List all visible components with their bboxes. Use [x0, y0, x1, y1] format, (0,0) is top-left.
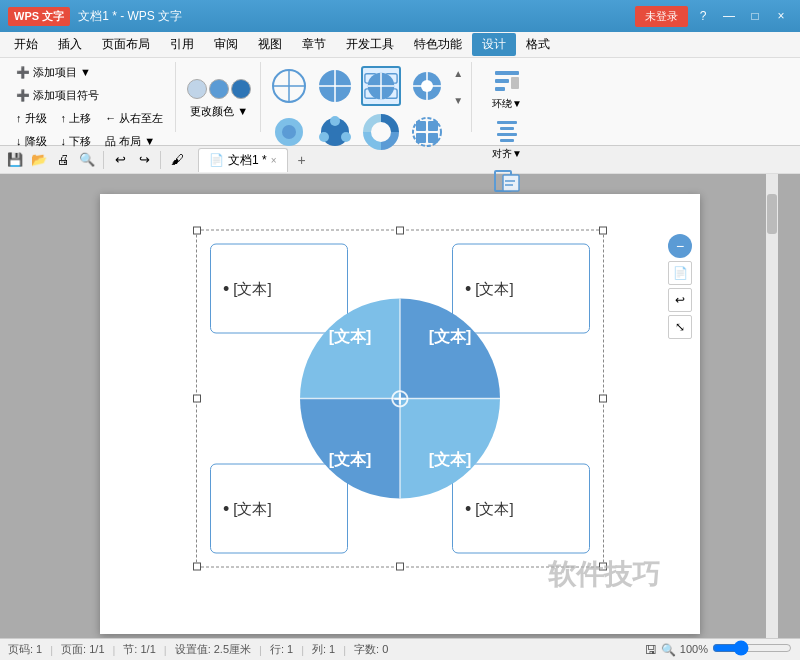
content-area: [文本] [文本] [文本] [文本] — [0, 174, 800, 638]
ribbon: ➕ 添加项目 ▼ ➕ 添加项目符号 ↑ 升级 ↑ 上移 ← 从右至左 ↓ 降级 … — [0, 58, 800, 146]
help-button[interactable]: ? — [692, 6, 714, 26]
menu-chapter[interactable]: 章节 — [292, 33, 336, 56]
ltr-button[interactable]: ← 从右至左 — [99, 108, 169, 129]
title-left: WPS 文字 文档1 * - WPS 文字 — [8, 7, 182, 26]
sep2 — [160, 151, 161, 169]
menu-design[interactable]: 设计 — [472, 33, 516, 56]
upgrade-button[interactable]: ↑ 升级 — [10, 108, 53, 129]
print-preview-button[interactable]: 🔍 — [76, 149, 98, 171]
maximize-button[interactable]: □ — [744, 6, 766, 26]
add-symbol-button[interactable]: ➕ 添加项目符号 — [10, 85, 105, 106]
menu-view[interactable]: 视图 — [248, 33, 292, 56]
save-button[interactable]: 💾 — [4, 149, 26, 171]
circle-text-tr[interactable]: [文本] — [410, 327, 490, 348]
shape-preview-2[interactable] — [315, 66, 355, 106]
float-btn-resize[interactable]: ⤡ — [668, 315, 692, 339]
shapes-scroll-up[interactable]: ▲ — [453, 68, 463, 79]
menu-start[interactable]: 开始 — [4, 33, 48, 56]
handle-br[interactable] — [599, 563, 607, 571]
svg-point-18 — [282, 125, 296, 139]
status-zoom-level: 100% — [680, 643, 708, 657]
svg-rect-29 — [495, 79, 509, 83]
redo-button[interactable]: ↪ — [133, 149, 155, 171]
ribbon-row-1: ➕ 添加项目 ▼ — [10, 62, 97, 83]
zoom-slider[interactable] — [712, 643, 792, 653]
status-page: 页码: 1 — [8, 642, 42, 657]
add-item-button[interactable]: ➕ 添加项目 ▼ — [10, 62, 97, 83]
shapes-grid — [269, 66, 451, 156]
doc-tab-icon: 📄 — [209, 153, 224, 167]
document-page: [文本] [文本] [文本] [文本] — [100, 194, 700, 634]
align-button[interactable]: 对齐▼ — [480, 116, 534, 162]
handle-bl[interactable] — [193, 563, 201, 571]
circle-text-tl[interactable]: [文本] — [310, 327, 390, 348]
status-zoom-btn[interactable]: 🔍 — [661, 643, 676, 657]
align-label: 对齐▼ — [492, 147, 522, 161]
open-button[interactable]: 📂 — [28, 149, 50, 171]
circle-container: [文本] [文本] [文本] [文本] ⊕ — [290, 289, 510, 509]
float-btn-arrow[interactable]: ↩ — [668, 288, 692, 312]
vertical-scrollbar[interactable] — [766, 174, 778, 638]
move-icon: ⊕ — [389, 383, 411, 414]
svg-rect-28 — [495, 71, 519, 75]
color-swatch-2[interactable] — [209, 79, 229, 99]
color-swatch-1[interactable] — [187, 79, 207, 99]
svg-point-22 — [319, 132, 329, 142]
shapes-scroll-down[interactable]: ▼ — [453, 95, 463, 106]
change-color-button[interactable]: 更改颜色 ▼ — [184, 101, 254, 122]
circle-text-br[interactable]: [文本] — [410, 450, 490, 471]
menu-layout[interactable]: 页面布局 — [92, 33, 160, 56]
menu-bar: 开始 插入 页面布局 引用 审阅 视图 章节 开发工具 特色功能 设计 格式 — [0, 32, 800, 58]
color-swatch-3[interactable] — [231, 79, 251, 99]
handle-tr[interactable] — [599, 227, 607, 235]
shape-preview-8[interactable] — [407, 112, 447, 152]
smartart-diagram[interactable]: [文本] [文本] [文本] [文本] — [210, 244, 590, 554]
format-painter-button[interactable]: 🖌 — [166, 149, 188, 171]
menu-format[interactable]: 格式 — [516, 33, 560, 56]
shape-preview-7[interactable] — [361, 112, 401, 152]
close-button[interactable]: × — [770, 6, 792, 26]
handle-bm[interactable] — [396, 563, 404, 571]
doc-tab-close[interactable]: × — [271, 155, 277, 166]
status-section: 节: 1/1 — [123, 642, 155, 657]
print-button[interactable]: 🖨 — [52, 149, 74, 171]
handle-ml[interactable] — [193, 395, 201, 403]
svg-rect-26 — [416, 133, 426, 143]
menu-devtools[interactable]: 开发工具 — [336, 33, 404, 56]
float-btn-doc[interactable]: 📄 — [668, 261, 692, 285]
svg-rect-30 — [495, 87, 505, 91]
wrap-button[interactable]: 环绕▼ — [480, 66, 534, 112]
minimize-button[interactable]: — — [718, 6, 740, 26]
doc-tab-name: 文档1 * — [228, 152, 267, 169]
svg-rect-27 — [428, 133, 438, 143]
float-btn-minus[interactable]: − — [668, 234, 692, 258]
floating-panel: − 📄 ↩ ⤡ — [668, 234, 692, 339]
undo-button[interactable]: ↩ — [109, 149, 131, 171]
shape-preview-3[interactable] — [361, 66, 401, 106]
svg-rect-24 — [416, 121, 426, 131]
menu-review[interactable]: 审阅 — [204, 33, 248, 56]
login-button[interactable]: 未登录 — [635, 6, 688, 27]
shape-preview-1[interactable] — [269, 66, 309, 106]
shape-preview-4[interactable] — [407, 66, 447, 106]
scroll-thumb[interactable] — [767, 194, 777, 234]
menu-reference[interactable]: 引用 — [160, 33, 204, 56]
handle-tl[interactable] — [193, 227, 201, 235]
ribbon-row-3: ↑ 升级 ↑ 上移 ← 从右至左 — [10, 108, 169, 129]
status-view-btn[interactable]: 🖫 — [645, 643, 657, 657]
circle-text-bl[interactable]: [文本] — [310, 450, 390, 471]
handle-tm[interactable] — [396, 227, 404, 235]
svg-rect-33 — [500, 127, 514, 130]
move-up-button[interactable]: ↑ 上移 — [55, 108, 98, 129]
svg-point-20 — [330, 116, 340, 126]
shape-preview-6[interactable] — [315, 112, 355, 152]
menu-insert[interactable]: 插入 — [48, 33, 92, 56]
sep1 — [103, 151, 104, 169]
status-chars: 字数: 0 — [354, 642, 388, 657]
handle-mr[interactable] — [599, 395, 607, 403]
svg-rect-25 — [428, 121, 438, 131]
shape-preview-5[interactable] — [269, 112, 309, 152]
svg-rect-32 — [497, 121, 517, 124]
menu-special[interactable]: 特色功能 — [404, 33, 472, 56]
status-col: 列: 1 — [312, 642, 335, 657]
